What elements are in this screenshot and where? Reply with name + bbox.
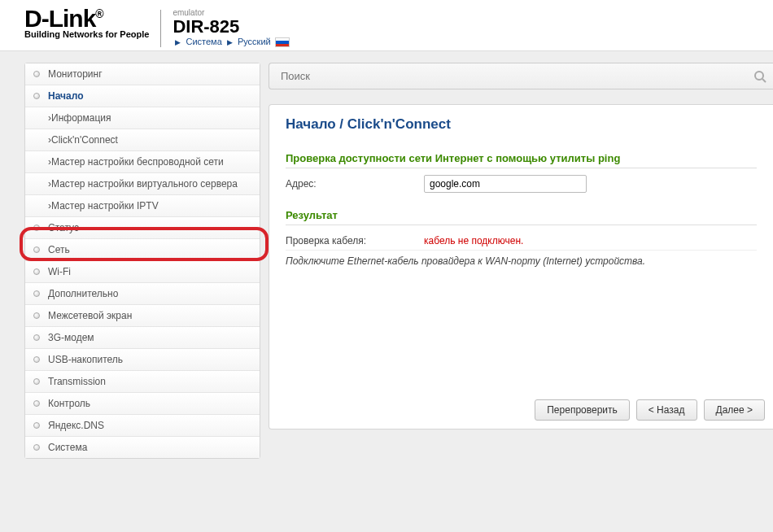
sidebar-item-label: Wi-Fi: [48, 266, 71, 277]
address-row: Адрес:: [286, 175, 757, 193]
bullet-icon: [33, 290, 40, 297]
bullet-icon: [33, 268, 40, 275]
bullet-icon: [33, 93, 40, 99]
app-header: D-Link® Building Networks for People emu…: [0, 0, 773, 51]
chevron-right-icon: ▶: [175, 38, 181, 46]
sidebar-item-label: Мониторинг: [48, 68, 103, 80]
sidebar-item[interactable]: Wi-Fi: [25, 261, 260, 282]
sidebar-item-label: Контроль: [48, 398, 90, 409]
address-input[interactable]: [424, 175, 587, 193]
svg-point-0: [755, 72, 763, 80]
sidebar-item[interactable]: Начало: [25, 85, 260, 107]
page-panel: Начало / Click'n'Connect Проверка доступ…: [269, 104, 773, 430]
sidebar-item-label: Transmission: [48, 376, 106, 387]
sidebar-subitem[interactable]: ›Click'n'Connect: [25, 129, 260, 150]
flag-ru-icon: [275, 37, 290, 47]
sidebar-subitem-label: Click'n'Connect: [51, 134, 118, 146]
sidebar-subitem[interactable]: ›Информация: [25, 107, 260, 129]
search-bar: [269, 63, 773, 89]
bullet-icon: [33, 225, 40, 231]
next-button[interactable]: Далее >: [704, 399, 766, 421]
address-label: Адрес:: [286, 178, 424, 190]
sidebar-item[interactable]: USB-накопитель: [25, 349, 260, 370]
sidebar-item[interactable]: Статус: [25, 217, 260, 238]
logo-text: D-Link: [24, 5, 95, 32]
bullet-icon: [33, 71, 40, 77]
crumb-language[interactable]: Русский: [238, 37, 271, 46]
sidebar-item-label: Сеть: [48, 244, 70, 255]
logo-tagline: Building Networks for People: [24, 29, 149, 39]
sidebar-item-label: Дополнительно: [48, 288, 118, 299]
cable-check-value: кабель не подключен.: [424, 235, 523, 246]
sidebar-item-label: Статус: [48, 222, 79, 233]
model-block: emulator DIR-825 ▶ Система ▶ Русский: [173, 7, 289, 47]
sidebar-subitem-label: Мастер настройки виртуального сервера: [51, 178, 238, 190]
crumb-system[interactable]: Система: [186, 37, 221, 46]
sidebar: МониторингНачало›Информация›Click'n'Conn…: [24, 63, 260, 459]
sidebar-item[interactable]: 3G-модем: [25, 327, 260, 348]
sidebar-item-label: Яндекс.DNS: [48, 420, 104, 431]
cable-check-label: Проверка кабеля:: [286, 235, 424, 246]
sidebar-subitem[interactable]: ›Мастер настройки беспроводной сети: [25, 151, 260, 172]
sidebar-subitem[interactable]: ›Мастер настройки виртуального сервера: [25, 173, 260, 194]
sidebar-item[interactable]: Дополнительно: [25, 283, 260, 304]
sidebar-item[interactable]: Контроль: [25, 393, 260, 414]
sidebar-item[interactable]: Сеть: [25, 239, 260, 260]
sidebar-subitem[interactable]: ›Мастер настройки IPTV: [25, 195, 260, 216]
bullet-icon: [33, 422, 40, 429]
bullet-icon: [33, 378, 40, 385]
sidebar-item[interactable]: Transmission: [25, 371, 260, 392]
connection-note: Подключите Ethernet-кабель провайдера к …: [286, 255, 757, 267]
sidebar-item-label: USB-накопитель: [48, 354, 123, 365]
bullet-icon: [33, 356, 40, 363]
header-divider: [160, 10, 161, 47]
model-name: DIR-825: [173, 17, 289, 36]
page-breadcrumb: Начало / Click'n'Connect: [286, 116, 757, 133]
sidebar-item-label: Начало: [48, 90, 83, 102]
bullet-icon: [33, 444, 40, 451]
bullet-icon: [33, 312, 40, 319]
logo: D-Link® Building Networks for People: [24, 7, 149, 39]
sidebar-item-label: Межсетевой экран: [48, 310, 132, 321]
sidebar-subitem-label: Мастер настройки IPTV: [51, 200, 159, 211]
chevron-right-icon: ▶: [227, 38, 233, 46]
bullet-icon: [33, 400, 40, 407]
sidebar-item-label: 3G-модем: [48, 332, 94, 343]
sidebar-item-label: Система: [48, 442, 87, 453]
recheck-button[interactable]: Перепроверить: [535, 399, 630, 421]
cable-check-row: Проверка кабеля: кабель не подключен.: [286, 232, 757, 251]
section-result-title: Результат: [286, 209, 757, 225]
search-icon: [753, 70, 766, 83]
sidebar-subitem-label: Мастер настройки беспроводной сети: [51, 156, 224, 168]
top-breadcrumb: ▶ Система ▶ Русский: [173, 37, 289, 47]
sidebar-subitem-label: Информация: [51, 112, 111, 124]
sidebar-item[interactable]: Система: [25, 437, 260, 458]
bullet-icon: [33, 246, 40, 253]
svg-line-1: [762, 79, 766, 82]
bullet-icon: [33, 334, 40, 341]
button-bar: Перепроверить < Назад Далее >: [535, 399, 765, 421]
content-area: Начало / Click'n'Connect Проверка доступ…: [269, 63, 773, 459]
section-ping-title: Проверка доступности сети Интернет с пом…: [286, 152, 757, 168]
sidebar-item[interactable]: Яндекс.DNS: [25, 415, 260, 436]
back-button[interactable]: < Назад: [636, 399, 697, 421]
search-input[interactable]: [281, 70, 762, 82]
sidebar-item[interactable]: Мониторинг: [25, 63, 260, 85]
sidebar-item[interactable]: Межсетевой экран: [25, 305, 260, 326]
